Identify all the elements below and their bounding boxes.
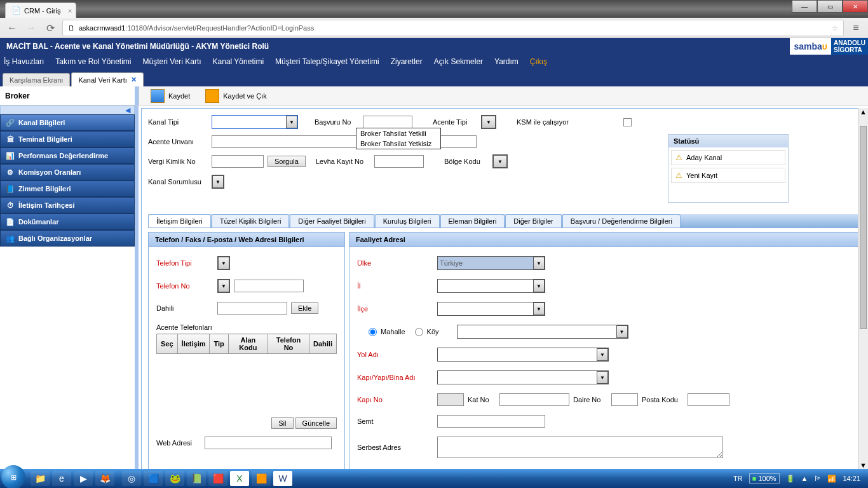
vertical-scrollbar[interactable]: ▲ ▼ [858, 108, 868, 469]
scroll-thumb[interactable] [860, 126, 867, 329]
acente-tipi-select[interactable]: ▼ [481, 115, 496, 129]
chevron-down-icon[interactable]: ▼ [533, 257, 545, 269]
battery-icon[interactable]: 🔋 [786, 475, 795, 483]
sidebar-item-kanal-bilgileri[interactable]: 🔗Kanal Bilgileri [0, 114, 135, 131]
window-close-button[interactable]: ✕ [843, 0, 868, 13]
levha-kayit-input[interactable] [374, 155, 424, 168]
il-select[interactable]: ▼ [437, 279, 545, 293]
browser-menu-button[interactable]: ≡ [849, 21, 863, 35]
task-chrome[interactable]: ◎ [122, 471, 141, 486]
task-app2[interactable]: 🐸 [165, 471, 184, 486]
telefon-no-input[interactable] [234, 280, 304, 292]
tab-basvuru[interactable]: Başvuru / Değerlendirme Bilgileri [562, 214, 681, 227]
tab-eleman[interactable]: Eleman Bilgileri [440, 214, 505, 227]
url-bar[interactable]: 🗋 askacrmwasd1:10180/Advisor/servlet/Req… [62, 20, 844, 36]
dropdown-option-yetkisiz[interactable]: Broker Tahsilat Yetkisiz [356, 139, 440, 149]
menu-yardim[interactable]: Yardım [494, 57, 519, 66]
tab-diger[interactable]: Diğer Bilgiler [505, 214, 561, 227]
tab-diger-faaliyet[interactable]: Diğer Faaliyet Bilgileri [290, 214, 374, 227]
kapi-yapi-select[interactable]: ▼ [437, 370, 609, 384]
koy-radio[interactable] [415, 328, 423, 336]
tab-iletisim[interactable]: İletişim Bilgileri [148, 214, 211, 227]
nav-forward-button[interactable]: → [24, 21, 38, 35]
task-app3[interactable]: 📗 [187, 471, 206, 486]
sidebar-collapse-button[interactable]: ◀ [0, 105, 135, 114]
task-word[interactable]: W [273, 471, 292, 486]
menu-talep-sikayet[interactable]: Müşteri Talep/Şikayet Yönetimi [275, 57, 379, 66]
window-minimize-button[interactable]: — [792, 0, 817, 13]
start-button[interactable]: ⊞ [1, 465, 25, 488]
kat-no-input[interactable] [499, 393, 569, 406]
task-app5[interactable]: 🟧 [252, 471, 271, 486]
yol-select[interactable]: ▼ [437, 348, 609, 362]
kanal-sorumlusu-select[interactable]: ▼ [212, 175, 224, 189]
semt-input[interactable] [437, 415, 545, 428]
chevron-down-icon[interactable]: ▼ [597, 371, 608, 384]
chevron-down-icon[interactable]: ▼ [218, 257, 229, 269]
col-alan[interactable]: Alan Kodu [228, 334, 268, 354]
sidebar-item-dokumanlar[interactable]: 📄Dokümanlar [0, 214, 135, 230]
il-input[interactable] [438, 280, 533, 292]
menu-musteri-veri[interactable]: Müşteri Veri Kartı [143, 57, 201, 66]
network-icon[interactable]: 📶 [827, 475, 836, 483]
menu-is-havuzlari[interactable]: İş Havuzları [4, 57, 44, 66]
bookmark-star-icon[interactable]: ☆ [832, 24, 838, 32]
col-sec[interactable]: Seç [157, 334, 178, 354]
telefon-alan-select[interactable]: ▼ [217, 279, 230, 293]
menu-takim-rol[interactable]: Takım ve Rol Yönetimi [55, 57, 131, 66]
dropdown-option-yetkili[interactable]: Broker Tahsilat Yetkili [356, 128, 440, 139]
chevron-down-icon[interactable]: ▼ [533, 280, 545, 292]
chevron-down-icon[interactable]: ▼ [218, 280, 229, 292]
task-explorer[interactable]: 📁 [31, 471, 50, 486]
sidebar-item-performans[interactable]: 📊Performans Değerlendirme [0, 147, 135, 164]
tray-time[interactable]: 14:21 [843, 475, 860, 482]
menu-ziyaretler[interactable]: Ziyaretler [391, 57, 423, 66]
kanal-tipi-select[interactable]: ▼ [212, 115, 298, 129]
yol-input[interactable] [438, 348, 597, 361]
bolge-kodu-select[interactable]: ▼ [492, 154, 508, 168]
vergi-kimlik-input[interactable] [212, 155, 264, 168]
telefon-tipi-select[interactable]: ▼ [217, 256, 230, 270]
task-excel[interactable]: X [230, 471, 249, 486]
web-adresi-input[interactable] [205, 437, 332, 449]
sidebar-item-komisyon[interactable]: ⚙Komisyon Oranları [0, 164, 135, 180]
nav-reload-button[interactable]: ⟳ [43, 21, 57, 35]
chevron-down-icon[interactable]: ▼ [597, 348, 608, 361]
tray-up-icon[interactable]: ▲ [801, 475, 808, 482]
menu-kanal-yonetimi[interactable]: Kanal Yönetimi [213, 57, 264, 66]
doc-tab-karsilama[interactable]: Karşılama Ekranı [3, 73, 70, 86]
save-exit-button[interactable]: Kaydet ve Çık [199, 88, 273, 104]
menu-cikis[interactable]: Çıkış [530, 57, 547, 66]
tab-kurulus[interactable]: Kuruluş Bilgileri [375, 214, 440, 227]
ksm-checkbox[interactable] [623, 118, 632, 126]
chevron-down-icon[interactable]: ▼ [533, 302, 545, 315]
chevron-down-icon[interactable]: ▼ [616, 325, 628, 338]
chevron-down-icon[interactable]: ▼ [286, 116, 297, 128]
basvuru-no-input[interactable] [363, 116, 412, 128]
serbest-adres-input[interactable] [437, 437, 723, 458]
mahalle-select[interactable]: ▼ [457, 325, 628, 339]
doc-tab-kanal-veri[interactable]: Kanal Veri Kartı✕ [71, 72, 143, 86]
kapi-yapi-input[interactable] [438, 371, 597, 384]
window-maximize-button[interactable]: ▭ [817, 0, 843, 13]
ekle-button[interactable]: Ekle [291, 302, 318, 314]
save-button[interactable]: Kaydet [144, 88, 196, 104]
task-ie[interactable]: e [52, 471, 71, 486]
sil-button[interactable]: Sil [271, 417, 293, 429]
close-icon[interactable]: × [68, 7, 72, 15]
menu-acik-sekmeler[interactable]: Açık Sekmeler [434, 57, 483, 66]
task-app1[interactable]: 🟦 [144, 471, 163, 486]
dahili-input[interactable] [217, 302, 287, 315]
chevron-down-icon[interactable]: ▼ [212, 175, 224, 188]
browser-tab[interactable]: 📄 CRM - Giriş × [5, 3, 76, 18]
tray-lang[interactable]: TR [733, 475, 743, 482]
col-telefon[interactable]: Telefon No [268, 334, 309, 354]
tab-tuzel[interactable]: Tüzel Kişilik Bilgileri [212, 214, 290, 227]
col-dahili[interactable]: Dahili [309, 334, 337, 354]
tray-zoom[interactable]: ■ 100% [749, 473, 780, 484]
task-app4[interactable]: 🟥 [208, 471, 227, 486]
action-center-icon[interactable]: 🏳 [814, 475, 821, 482]
nav-back-button[interactable]: ← [5, 21, 19, 35]
task-firefox[interactable]: 🦊 [95, 471, 114, 486]
daire-no-input[interactable] [611, 393, 638, 406]
